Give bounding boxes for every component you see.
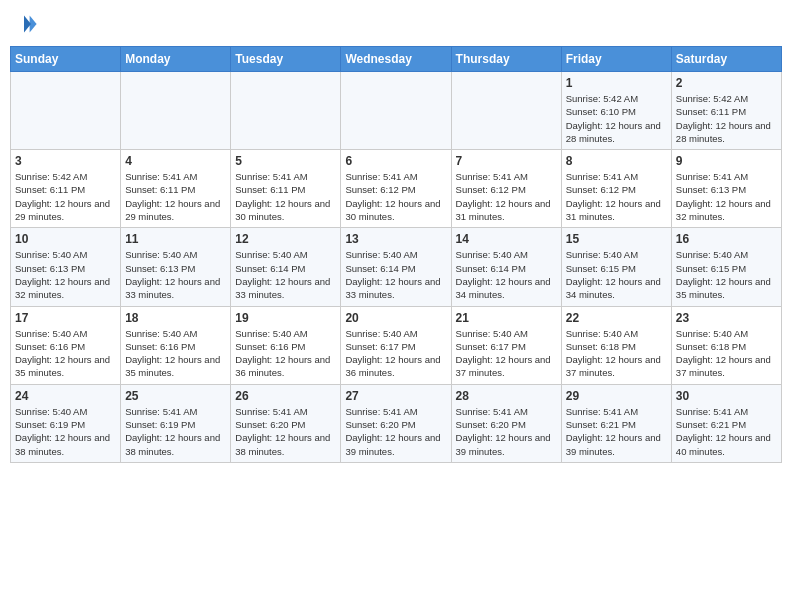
day-number: 24 xyxy=(15,389,116,403)
day-info: Sunrise: 5:41 AM Sunset: 6:13 PM Dayligh… xyxy=(676,170,777,223)
calendar-cell xyxy=(231,72,341,150)
day-info: Sunrise: 5:41 AM Sunset: 6:12 PM Dayligh… xyxy=(345,170,446,223)
day-info: Sunrise: 5:41 AM Sunset: 6:11 PM Dayligh… xyxy=(125,170,226,223)
page-header xyxy=(10,10,782,38)
day-info: Sunrise: 5:41 AM Sunset: 6:21 PM Dayligh… xyxy=(566,405,667,458)
day-number: 27 xyxy=(345,389,446,403)
calendar-cell: 5Sunrise: 5:41 AM Sunset: 6:11 PM Daylig… xyxy=(231,150,341,228)
day-number: 26 xyxy=(235,389,336,403)
calendar-cell: 27Sunrise: 5:41 AM Sunset: 6:20 PM Dayli… xyxy=(341,384,451,462)
day-number: 30 xyxy=(676,389,777,403)
calendar-cell: 21Sunrise: 5:40 AM Sunset: 6:17 PM Dayli… xyxy=(451,306,561,384)
day-number: 28 xyxy=(456,389,557,403)
calendar-cell: 7Sunrise: 5:41 AM Sunset: 6:12 PM Daylig… xyxy=(451,150,561,228)
day-number: 8 xyxy=(566,154,667,168)
day-number: 25 xyxy=(125,389,226,403)
calendar-week-row: 3Sunrise: 5:42 AM Sunset: 6:11 PM Daylig… xyxy=(11,150,782,228)
day-info: Sunrise: 5:40 AM Sunset: 6:18 PM Dayligh… xyxy=(566,327,667,380)
day-info: Sunrise: 5:40 AM Sunset: 6:17 PM Dayligh… xyxy=(345,327,446,380)
day-info: Sunrise: 5:41 AM Sunset: 6:20 PM Dayligh… xyxy=(345,405,446,458)
calendar-cell: 10Sunrise: 5:40 AM Sunset: 6:13 PM Dayli… xyxy=(11,228,121,306)
calendar-cell: 6Sunrise: 5:41 AM Sunset: 6:12 PM Daylig… xyxy=(341,150,451,228)
day-info: Sunrise: 5:42 AM Sunset: 6:10 PM Dayligh… xyxy=(566,92,667,145)
day-number: 1 xyxy=(566,76,667,90)
day-info: Sunrise: 5:40 AM Sunset: 6:15 PM Dayligh… xyxy=(676,248,777,301)
day-info: Sunrise: 5:40 AM Sunset: 6:16 PM Dayligh… xyxy=(15,327,116,380)
calendar-week-row: 24Sunrise: 5:40 AM Sunset: 6:19 PM Dayli… xyxy=(11,384,782,462)
calendar-body: 1Sunrise: 5:42 AM Sunset: 6:10 PM Daylig… xyxy=(11,72,782,463)
day-number: 2 xyxy=(676,76,777,90)
weekday-header: Tuesday xyxy=(231,47,341,72)
calendar-cell: 2Sunrise: 5:42 AM Sunset: 6:11 PM Daylig… xyxy=(671,72,781,150)
calendar-cell: 23Sunrise: 5:40 AM Sunset: 6:18 PM Dayli… xyxy=(671,306,781,384)
calendar-cell: 25Sunrise: 5:41 AM Sunset: 6:19 PM Dayli… xyxy=(121,384,231,462)
day-info: Sunrise: 5:40 AM Sunset: 6:15 PM Dayligh… xyxy=(566,248,667,301)
day-number: 18 xyxy=(125,311,226,325)
calendar-cell: 16Sunrise: 5:40 AM Sunset: 6:15 PM Dayli… xyxy=(671,228,781,306)
weekday-header: Thursday xyxy=(451,47,561,72)
calendar-cell: 9Sunrise: 5:41 AM Sunset: 6:13 PM Daylig… xyxy=(671,150,781,228)
calendar-cell: 17Sunrise: 5:40 AM Sunset: 6:16 PM Dayli… xyxy=(11,306,121,384)
day-info: Sunrise: 5:41 AM Sunset: 6:12 PM Dayligh… xyxy=(566,170,667,223)
calendar-cell xyxy=(11,72,121,150)
day-number: 21 xyxy=(456,311,557,325)
calendar-week-row: 1Sunrise: 5:42 AM Sunset: 6:10 PM Daylig… xyxy=(11,72,782,150)
calendar-cell: 18Sunrise: 5:40 AM Sunset: 6:16 PM Dayli… xyxy=(121,306,231,384)
weekday-header: Monday xyxy=(121,47,231,72)
day-number: 7 xyxy=(456,154,557,168)
calendar-cell: 24Sunrise: 5:40 AM Sunset: 6:19 PM Dayli… xyxy=(11,384,121,462)
calendar-week-row: 17Sunrise: 5:40 AM Sunset: 6:16 PM Dayli… xyxy=(11,306,782,384)
day-info: Sunrise: 5:40 AM Sunset: 6:13 PM Dayligh… xyxy=(125,248,226,301)
day-number: 3 xyxy=(15,154,116,168)
day-info: Sunrise: 5:40 AM Sunset: 6:14 PM Dayligh… xyxy=(235,248,336,301)
day-number: 15 xyxy=(566,232,667,246)
day-number: 5 xyxy=(235,154,336,168)
calendar-cell: 13Sunrise: 5:40 AM Sunset: 6:14 PM Dayli… xyxy=(341,228,451,306)
calendar-cell: 29Sunrise: 5:41 AM Sunset: 6:21 PM Dayli… xyxy=(561,384,671,462)
day-info: Sunrise: 5:41 AM Sunset: 6:11 PM Dayligh… xyxy=(235,170,336,223)
day-info: Sunrise: 5:40 AM Sunset: 6:16 PM Dayligh… xyxy=(125,327,226,380)
calendar-cell: 12Sunrise: 5:40 AM Sunset: 6:14 PM Dayli… xyxy=(231,228,341,306)
day-number: 10 xyxy=(15,232,116,246)
day-number: 17 xyxy=(15,311,116,325)
day-info: Sunrise: 5:40 AM Sunset: 6:16 PM Dayligh… xyxy=(235,327,336,380)
calendar-cell: 22Sunrise: 5:40 AM Sunset: 6:18 PM Dayli… xyxy=(561,306,671,384)
day-number: 4 xyxy=(125,154,226,168)
day-number: 23 xyxy=(676,311,777,325)
calendar-cell: 30Sunrise: 5:41 AM Sunset: 6:21 PM Dayli… xyxy=(671,384,781,462)
day-number: 11 xyxy=(125,232,226,246)
day-info: Sunrise: 5:41 AM Sunset: 6:19 PM Dayligh… xyxy=(125,405,226,458)
day-number: 19 xyxy=(235,311,336,325)
weekday-header: Wednesday xyxy=(341,47,451,72)
calendar-cell: 20Sunrise: 5:40 AM Sunset: 6:17 PM Dayli… xyxy=(341,306,451,384)
calendar-cell xyxy=(451,72,561,150)
day-info: Sunrise: 5:41 AM Sunset: 6:20 PM Dayligh… xyxy=(456,405,557,458)
day-info: Sunrise: 5:40 AM Sunset: 6:13 PM Dayligh… xyxy=(15,248,116,301)
calendar-cell: 3Sunrise: 5:42 AM Sunset: 6:11 PM Daylig… xyxy=(11,150,121,228)
calendar-cell: 26Sunrise: 5:41 AM Sunset: 6:20 PM Dayli… xyxy=(231,384,341,462)
logo xyxy=(10,10,42,38)
day-info: Sunrise: 5:40 AM Sunset: 6:18 PM Dayligh… xyxy=(676,327,777,380)
day-info: Sunrise: 5:41 AM Sunset: 6:20 PM Dayligh… xyxy=(235,405,336,458)
day-number: 12 xyxy=(235,232,336,246)
day-info: Sunrise: 5:42 AM Sunset: 6:11 PM Dayligh… xyxy=(676,92,777,145)
calendar-cell xyxy=(341,72,451,150)
calendar-cell: 15Sunrise: 5:40 AM Sunset: 6:15 PM Dayli… xyxy=(561,228,671,306)
day-info: Sunrise: 5:41 AM Sunset: 6:21 PM Dayligh… xyxy=(676,405,777,458)
day-number: 22 xyxy=(566,311,667,325)
calendar-cell: 19Sunrise: 5:40 AM Sunset: 6:16 PM Dayli… xyxy=(231,306,341,384)
day-number: 9 xyxy=(676,154,777,168)
day-info: Sunrise: 5:40 AM Sunset: 6:14 PM Dayligh… xyxy=(345,248,446,301)
calendar-cell: 28Sunrise: 5:41 AM Sunset: 6:20 PM Dayli… xyxy=(451,384,561,462)
calendar-cell: 8Sunrise: 5:41 AM Sunset: 6:12 PM Daylig… xyxy=(561,150,671,228)
calendar-cell: 4Sunrise: 5:41 AM Sunset: 6:11 PM Daylig… xyxy=(121,150,231,228)
calendar-cell: 14Sunrise: 5:40 AM Sunset: 6:14 PM Dayli… xyxy=(451,228,561,306)
day-number: 29 xyxy=(566,389,667,403)
day-number: 13 xyxy=(345,232,446,246)
day-number: 6 xyxy=(345,154,446,168)
day-info: Sunrise: 5:41 AM Sunset: 6:12 PM Dayligh… xyxy=(456,170,557,223)
day-number: 14 xyxy=(456,232,557,246)
weekday-header: Saturday xyxy=(671,47,781,72)
calendar-cell: 11Sunrise: 5:40 AM Sunset: 6:13 PM Dayli… xyxy=(121,228,231,306)
day-info: Sunrise: 5:40 AM Sunset: 6:19 PM Dayligh… xyxy=(15,405,116,458)
